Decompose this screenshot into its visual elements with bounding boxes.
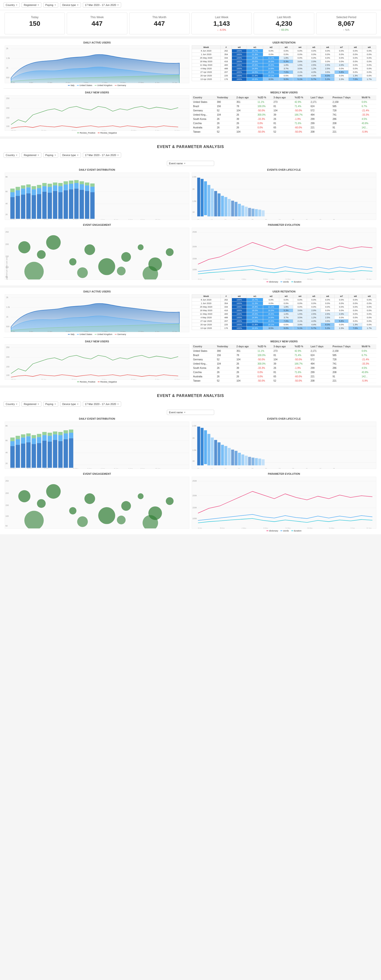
wnu-cell-p7: 286 xyxy=(331,117,360,121)
retention-cell-w1: 16.8% xyxy=(247,305,263,309)
wnu-cell-l7: 299 xyxy=(309,121,331,126)
country-filter-arrow: ▼ xyxy=(16,4,18,6)
review-pos-dot-2 xyxy=(77,382,79,382)
event-engagement-section-1: EVENT ENGAGEMENT 250 200 150 100 50 xyxy=(5,223,189,283)
wnu-cell-yo2: 11.1% xyxy=(256,100,272,104)
retention-cell-w4: 5.1% xyxy=(293,78,307,81)
event-date-label-2: 17 Mar 2020 - 17 Jun 2020 xyxy=(85,402,116,406)
table-row: Czechia26260.0%8171.6%29920843.8% xyxy=(192,370,376,374)
parameter-evolution-title-2: PARAMETER EVOLUTION xyxy=(192,473,376,475)
wnu-cell-yo3: -60.0% xyxy=(293,126,309,130)
this-week-stat: This Week 447 xyxy=(67,13,127,34)
wnu-cell-y: 52 xyxy=(215,130,235,134)
stats-row: Today 150 This Week 447 This Month 447 L… xyxy=(0,10,381,37)
svg-rect-71 xyxy=(64,190,68,219)
retention-cell-w0: 100% xyxy=(232,326,247,330)
registered-filter[interactable]: Registered ▼ xyxy=(22,2,41,8)
svg-text:24 May: 24 May xyxy=(329,278,335,280)
event-name-select[interactable]: Event name ▼ xyxy=(167,161,214,166)
retention-cell-w4: 0.0% xyxy=(293,302,307,305)
svg-rect-55 xyxy=(32,186,36,189)
retention-cell-week: 20 Apr 2020 xyxy=(192,323,220,326)
svg-rect-76 xyxy=(69,181,73,184)
wnu-cell-yo3: 166.7% xyxy=(293,113,309,117)
event-name-filter-row: Event name ▼ xyxy=(3,161,378,166)
svg-rect-253 xyxy=(58,432,62,435)
svg-text:19 May: 19 May xyxy=(120,331,126,332)
svg-text:50: 50 xyxy=(5,525,8,527)
event-date-filter-2[interactable]: 17 Mar 2020 - 17 Jun 2020 ▼ xyxy=(83,401,121,407)
wnu-cell-d3: 81 xyxy=(272,121,293,126)
weekly-new-users-section-2: WEEKLY NEW USERS Country Yesterday 2 day… xyxy=(192,340,376,383)
country-filter[interactable]: Country ▼ xyxy=(3,2,20,8)
retention-cell-week: 25 May 2020 xyxy=(192,56,220,60)
retention-cell-w9: 0.0% xyxy=(362,49,376,53)
retention-cell-w7: 2.3% xyxy=(335,326,349,330)
event-paying-filter-2[interactable]: Paying ▼ xyxy=(43,401,59,407)
retention-cell-w9: 0.0% xyxy=(362,302,376,305)
svg-point-324 xyxy=(166,497,174,505)
event-registered-filter[interactable]: Registered ▼ xyxy=(22,153,41,158)
retention-cell-w3: 9.0% xyxy=(279,326,293,330)
svg-text:22: 22 xyxy=(238,219,240,220)
event-device-filter-2[interactable]: Device type ▼ xyxy=(60,401,81,407)
svg-rect-67 xyxy=(53,183,57,185)
retention-cell-w3: 3.7% xyxy=(279,316,293,320)
country-filter-label: Country xyxy=(6,3,15,6)
retention-cell-w6: 5.3% xyxy=(320,326,335,330)
daily-event-dist-chart-1: 8K 6K 4K 2K xyxy=(5,173,189,220)
svg-text:1 Apr: 1 Apr xyxy=(11,82,15,83)
svg-rect-46 xyxy=(16,187,20,190)
wnu-cell-d2: 26 xyxy=(235,121,256,126)
svg-text:25 Apr: 25 Apr xyxy=(65,331,70,332)
retention-cell-w0: 100% xyxy=(232,302,247,305)
event-paying-label: Paying xyxy=(45,154,54,156)
wnu-cell-wow: 6.7% xyxy=(360,104,376,108)
wnu-cell-d3: 52 xyxy=(272,130,293,134)
last-week-value: 1,143 xyxy=(195,20,248,27)
svg-rect-250 xyxy=(53,431,57,434)
wnu-cell-p7: 286 xyxy=(331,366,360,370)
svg-text:90: 90 xyxy=(169,279,171,280)
wnu-cell-wow: 43.8% xyxy=(360,370,376,374)
wnu-cell-wow: 0.6% xyxy=(360,349,376,353)
event-date-filter[interactable]: 17 Mar 2020 - 17 Jun 2020 ▼ xyxy=(83,153,121,158)
event-country-filter-2[interactable]: Country ▼ xyxy=(3,401,20,407)
date-range-filter[interactable]: 17 Mar 2020 - 17 Jun 2020 ▼ xyxy=(83,2,121,8)
retention-cell-n: 488 xyxy=(220,316,232,320)
svg-rect-43 xyxy=(10,189,15,192)
event-country-filter[interactable]: Country ▼ xyxy=(3,153,20,158)
retention-cell-w1: 14.8% xyxy=(247,67,263,70)
wnu-cell-yo3: 71.6% xyxy=(293,121,309,126)
retention-cell-week: 8 Jun 2020 xyxy=(192,298,220,302)
retention-cell-w3: 7.0% xyxy=(279,70,293,74)
device-type-filter[interactable]: Device type ▼ xyxy=(60,2,81,8)
event-name-select-2[interactable]: Event name ▼ xyxy=(167,410,214,415)
wnu-cell-d2: 104 xyxy=(235,108,256,113)
duration-label: duration xyxy=(294,281,302,283)
wnu-cell-yo3: -1.9% xyxy=(293,117,309,121)
svg-rect-241 xyxy=(37,434,41,437)
wnu-cell-p7: 728 xyxy=(331,358,360,362)
svg-text:4 Jun: 4 Jun xyxy=(100,468,105,469)
svg-rect-54 xyxy=(32,189,36,195)
legend-dictionary: dictionary xyxy=(266,281,278,283)
ret-header-w3: w3 xyxy=(279,46,293,49)
wnu-cell-y: 104 xyxy=(215,362,235,366)
retention-cell-w6: 8.0% xyxy=(320,323,335,326)
wnu-cell-d2: 104 xyxy=(235,379,256,383)
svg-rect-59 xyxy=(42,192,46,219)
retention-cell-w1: 21.8% xyxy=(247,74,263,78)
retention-cell-w0: 100% xyxy=(232,67,247,70)
retention-cell-week: 4 May 2020 xyxy=(192,316,220,320)
wnu-header-yesterday: Yesterday xyxy=(215,95,235,100)
table-row: Germany52104-50.0%104-50.0%572728-21.4% xyxy=(192,108,376,113)
svg-point-150 xyxy=(121,252,131,262)
event-device-filter[interactable]: Device type ▼ xyxy=(60,153,81,158)
event-registered-filter-2[interactable]: Registered ▼ xyxy=(22,401,41,407)
event-paying-filter[interactable]: Paying ▼ xyxy=(43,153,59,158)
svg-text:30: 30 xyxy=(265,219,267,220)
wnu-cell-yo2: 100.0% xyxy=(256,104,272,108)
retention-cell-w8: 0.0% xyxy=(348,320,362,323)
paying-filter[interactable]: Paying ▼ xyxy=(43,2,59,8)
